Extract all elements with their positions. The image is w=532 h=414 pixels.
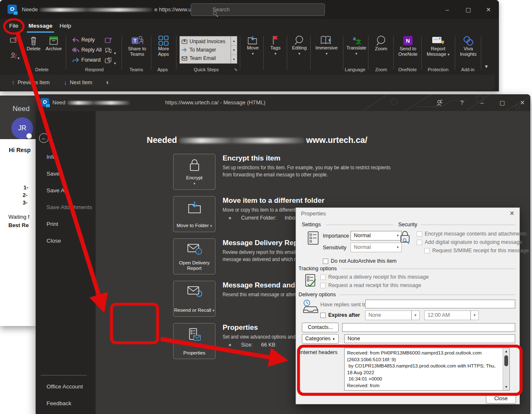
next-item-label: Next Item	[70, 80, 92, 85]
more-apps-button[interactable]: More Apps	[153, 35, 174, 57]
move-to-folder-tile-button[interactable]: Move to Folder	[173, 196, 215, 232]
tab-message[interactable]: Message	[27, 20, 54, 33]
nav-item-office-account[interactable]: Office Account	[47, 383, 83, 390]
group-label-onenote: OneNote	[394, 67, 421, 72]
qat-customize-chevron[interactable]	[106, 81, 109, 84]
close-button[interactable]: ✕	[481, 3, 496, 16]
digital-signature-checkbox[interactable]: Add digital signature to outgoing messag…	[417, 239, 522, 245]
group-label-apps: Apps	[152, 67, 174, 72]
open-delivery-report-tile-label: Open Delivery Report	[174, 260, 215, 271]
forward-button[interactable]: Forward	[72, 57, 101, 63]
delete-button[interactable]: Delete	[23, 35, 44, 52]
maximize-button[interactable]: ▢	[495, 96, 509, 109]
encrypt-contents-checkbox[interactable]: Encrypt message contents and attachments	[417, 231, 527, 237]
send-to-onenote-button[interactable]: N Send to OneNote	[395, 35, 421, 57]
close-button[interactable]: ✕	[515, 96, 529, 109]
next-item-button[interactable]: ↓ Next Item	[64, 79, 92, 86]
have-replies-field[interactable]	[365, 300, 515, 308]
nav-item-save-as[interactable]: Save As	[47, 187, 67, 194]
editing-button[interactable]: Editing	[288, 35, 310, 57]
quick-step-item[interactable]: Team Email	[182, 54, 231, 62]
im-reply-icon[interactable]	[105, 47, 112, 54]
encrypt-tile-button[interactable]: Encrypt	[173, 154, 215, 190]
quick-steps-gallery: Unpaid Invoices To Manager Team Email ▲ …	[179, 36, 237, 64]
scroll-down-icon[interactable]: ▼	[505, 384, 508, 390]
expires-time-select[interactable]: 12:00 AM▾	[424, 310, 479, 320]
gallery-scroll-down[interactable]: ▼	[231, 46, 237, 55]
contacts-field[interactable]	[342, 323, 515, 332]
block-sender-icon[interactable]	[10, 52, 17, 59]
contacts-button[interactable]: Contacts...	[302, 323, 339, 332]
viva-insights-button[interactable]: Viva Insights	[456, 35, 480, 57]
group-label-delete: Delete	[25, 67, 59, 72]
minimize-button[interactable]: –	[440, 3, 454, 16]
ignore-icon[interactable]	[10, 37, 17, 44]
help-button[interactable]: ?	[455, 96, 469, 109]
dialog-close-button[interactable]: Close	[486, 393, 516, 404]
sensitivity-select[interactable]: Normal▾	[350, 243, 402, 252]
zoom-button[interactable]: Zoom	[370, 35, 392, 52]
quick-step-item[interactable]: To Manager	[182, 46, 231, 54]
translate-button[interactable]: a文 Translate	[345, 35, 368, 57]
lock-icon	[174, 158, 215, 173]
tags-button[interactable]: Tags	[266, 35, 285, 57]
quick-steps-launcher-icon[interactable]: ⇘	[234, 67, 237, 72]
open-delivery-report-tile-button[interactable]: i Open Delivery Report	[173, 238, 215, 274]
gallery-more[interactable]: ▼	[231, 55, 237, 64]
nav-item-save[interactable]: Save	[47, 171, 60, 177]
ribbon-collapse-chevron[interactable]	[485, 60, 488, 71]
properties-tile-button[interactable]: Properties	[173, 323, 215, 359]
gallery-scroll-up[interactable]: ▲	[231, 36, 237, 46]
down-arrow-icon: ↓	[64, 79, 67, 86]
nav-item-close[interactable]: Close	[47, 238, 61, 244]
expires-date-value: None	[369, 312, 381, 318]
im-chevron[interactable]	[114, 49, 116, 56]
resend-or-recall-tile-button[interactable]: Resend or Recall	[173, 281, 215, 317]
minimize-button[interactable]: –	[475, 96, 489, 109]
scroll-up-icon[interactable]: ▲	[505, 348, 508, 354]
checkbox-box	[417, 240, 422, 245]
dialog-close-icon[interactable]: ✕	[509, 210, 514, 217]
backstage-titlebar: O Needhttps://www.urtech.ca/ - Message (…	[36, 94, 530, 111]
autoarchive-checkbox[interactable]: Do not AutoArchive this item	[323, 258, 397, 264]
nav-item-info[interactable]: Info	[47, 154, 56, 160]
internet-headers-box[interactable]: Received: from PH0PR13MB6000.namprd13.pr…	[344, 348, 510, 391]
resend-or-recall-tile-label: Resend or Recall	[174, 308, 211, 313]
move-button[interactable]: Move	[242, 35, 263, 57]
window-chevron[interactable]	[114, 59, 116, 66]
expires-date-select[interactable]: None▾	[365, 310, 420, 320]
tab-help[interactable]: Help	[58, 20, 73, 31]
share-contact-icon[interactable]	[436, 99, 443, 106]
back-button[interactable]: ←	[39, 133, 49, 143]
maximize-button[interactable]: ▢	[461, 3, 475, 16]
headers-scrollbar[interactable]: ▲ ▼	[503, 348, 509, 390]
delivery-receipt-checkbox[interactable]: Request a delivery receipt for this mess…	[320, 274, 429, 280]
svg-text:a: a	[353, 36, 356, 41]
categories-field[interactable]: None	[344, 334, 515, 343]
nav-item-print[interactable]: Print	[47, 221, 58, 227]
reply-all-button[interactable]: Reply All	[72, 47, 102, 53]
group-label-teams: Teams	[124, 67, 149, 72]
share-to-teams-button[interactable]: T Share to Teams	[124, 35, 150, 57]
open-in-window-icon[interactable]	[105, 57, 112, 64]
importance-select[interactable]: Normal▾	[350, 231, 402, 241]
tab-file[interactable]: File	[8, 20, 20, 31]
categories-button[interactable]: Categories ▼	[302, 334, 339, 344]
block-dropdown-chevron[interactable]	[18, 54, 20, 61]
archive-button[interactable]: Archive	[44, 35, 64, 52]
smime-receipt-checkbox[interactable]: Request S/MIME receipt for this message	[424, 248, 529, 254]
reply-button[interactable]: Reply	[72, 37, 95, 43]
nav-item-feedback[interactable]: Feedback	[47, 400, 71, 406]
scroll-thumb[interactable]	[504, 355, 508, 366]
meeting-icon[interactable]	[105, 37, 112, 44]
previous-item-button[interactable]: ↑ Previous Item	[12, 79, 49, 86]
nav-item-save-attachments[interactable]: Save Attachments	[47, 204, 92, 210]
read-receipt-checkbox[interactable]: Request a read receipt for this message	[320, 282, 421, 288]
immersive-button[interactable]: Immersive	[312, 35, 341, 57]
expires-after-checkbox[interactable]: Expires after	[320, 312, 360, 318]
properties-icon	[174, 328, 215, 342]
report-message-button[interactable]: ! Report Message	[423, 35, 453, 57]
search-input[interactable]: Search	[191, 3, 325, 16]
importance-value: Normal	[354, 233, 371, 238]
quick-step-item[interactable]: Unpaid Invoices	[182, 37, 231, 46]
